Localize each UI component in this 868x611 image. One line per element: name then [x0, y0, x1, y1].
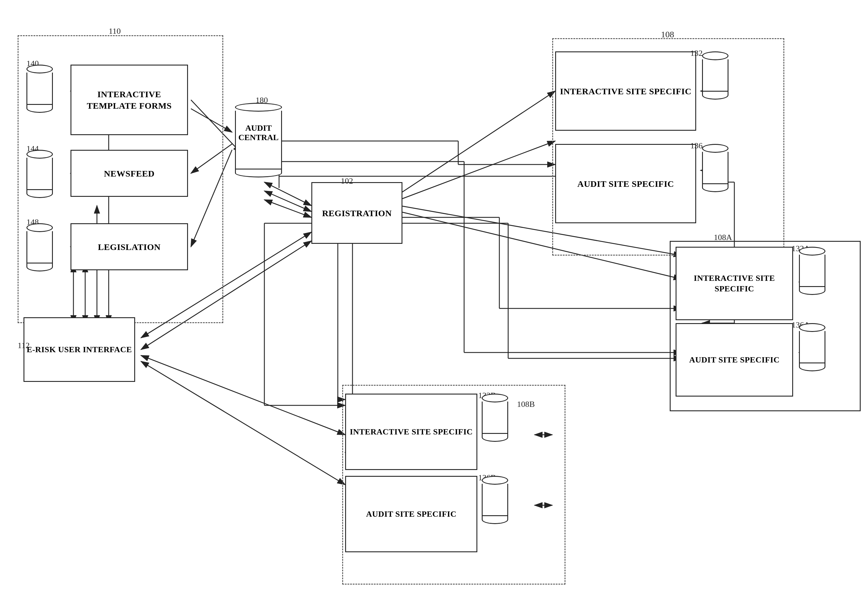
box-iss-108: INTERACTIVE SITE SPECIFIC [555, 51, 696, 131]
cylinder-132 [702, 51, 728, 99]
cylinder-136 [702, 144, 728, 192]
svg-line-10 [400, 91, 555, 194]
cylinder-132B [482, 394, 508, 442]
box-iss-108B: INTERACTIVE SITE SPECIFIC [345, 394, 477, 470]
cylinder-132A [799, 247, 825, 295]
cylinder-136A [799, 323, 825, 371]
svg-line-11 [400, 141, 555, 200]
diagram-container: 110 140 INTERACTIVE TEMPLATE FORMS 144 N… [0, 0, 868, 611]
ref-108: 108 [661, 29, 674, 39]
ref-102: 102 [341, 176, 353, 186]
box-newsfeed: NEWSFEED [70, 150, 188, 197]
ref-112: 112 [18, 341, 29, 350]
ref-110: 110 [108, 26, 121, 36]
box-registration: REGISTRATION [312, 182, 402, 244]
cylinder-136B [482, 476, 508, 524]
box-interactive-template-forms: INTERACTIVE TEMPLATE FORMS [70, 65, 188, 135]
box-ass-108B: AUDIT SITE SPECIFIC [345, 476, 477, 552]
svg-line-8 [264, 191, 312, 211]
ref-136: 136 [690, 141, 703, 150]
cylinder-audit-central [235, 103, 282, 177]
box-e-risk: E-RISK USER INTERFACE [23, 317, 135, 382]
svg-line-23 [141, 355, 345, 435]
svg-line-24 [141, 361, 345, 485]
svg-line-9 [264, 200, 312, 217]
ref-108A: 108A [714, 233, 732, 242]
cylinder-144 [26, 150, 53, 198]
cylinder-148 [26, 223, 53, 271]
box-iss-108A: INTERACTIVE SITE SPECIFIC [676, 247, 793, 320]
svg-line-7 [264, 182, 312, 206]
box-ass-108A: AUDIT SITE SPECIFIC [676, 323, 793, 397]
box-ass-108: AUDIT SITE SPECIFIC [555, 144, 696, 223]
ref-108B: 108B [517, 400, 535, 409]
box-legislation: LEGISLATION [70, 223, 188, 270]
cylinder-140 [26, 65, 53, 113]
ref-132: 132 [690, 48, 703, 58]
